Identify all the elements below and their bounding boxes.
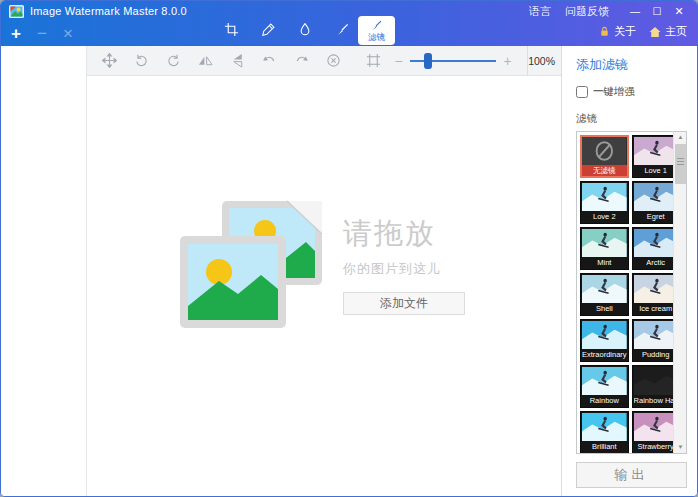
about-label: 关于	[614, 24, 636, 39]
filter-thumbnail	[582, 321, 627, 349]
filter-list-scrollbar[interactable]: ▲ ▼	[673, 132, 686, 453]
fit-frame-icon[interactable]	[360, 46, 387, 76]
drop-hint-title: 请拖放	[343, 214, 471, 254]
filter-thumbnail	[634, 413, 678, 441]
zoom-slider-track[interactable]	[410, 60, 496, 62]
filter-name: Egret	[634, 211, 678, 222]
drop-hint-subtitle: 你的图片到这儿	[343, 260, 471, 278]
zoom-out-button[interactable]: −	[387, 47, 410, 75]
filter-thumbnail	[582, 367, 627, 395]
filter-thumbnail	[634, 137, 678, 165]
crop-tool-icon[interactable]	[223, 21, 239, 37]
filter-name: Love 2	[582, 211, 627, 222]
filter-item[interactable]: 无滤镜	[580, 135, 629, 178]
filter-thumbnail	[634, 183, 678, 211]
filter-thumbnail	[582, 275, 627, 303]
droplet-tool-icon[interactable]	[297, 21, 313, 37]
filter-item[interactable]: Love 2	[580, 181, 629, 224]
filter-grid: 无滤镜 Love 1 Love 2 Egret Mint Arctic Sh	[580, 135, 670, 454]
filter-panel-title: 添加滤镜	[576, 56, 687, 74]
filter-thumbnail	[634, 367, 678, 395]
titlebar: Image Watermark Master 8.0.0 语言 问题反馈 — ☐…	[1, 1, 697, 21]
filter-name: Mint	[582, 257, 627, 268]
filter-panel: 添加滤镜 一键增强 滤镜 无滤镜 Love 1 Love 2 Egret	[561, 46, 697, 496]
add-image-button[interactable]: +	[11, 24, 21, 44]
filter-name: Arctic	[634, 257, 678, 268]
about-link[interactable]: 关于	[599, 24, 636, 39]
filter-name: Rainbow	[582, 395, 627, 406]
window-title: Image Watermark Master 8.0.0	[30, 5, 187, 17]
filter-name: 无滤镜	[582, 165, 627, 176]
remove-image-button[interactable]: −	[37, 24, 47, 44]
language-menu[interactable]: 语言	[529, 4, 551, 19]
zoom-slider-handle[interactable]	[424, 53, 432, 69]
flip-horizontal-icon[interactable]	[189, 46, 221, 76]
filter-item[interactable]: Shell	[580, 273, 629, 316]
home-link[interactable]: 主页	[649, 24, 687, 39]
redo-icon[interactable]	[286, 46, 318, 76]
filter-item[interactable]: Brilliant	[580, 411, 629, 454]
tab-filter[interactable]: 滤镜	[358, 16, 395, 45]
scroll-down-icon[interactable]: ▼	[674, 442, 687, 453]
filter-thumbnail	[634, 275, 678, 303]
header: Image Watermark Master 8.0.0 语言 问题反馈 — ☐…	[1, 1, 697, 46]
feedback-menu[interactable]: 问题反馈	[565, 4, 609, 19]
home-label: 主页	[665, 24, 687, 39]
filter-name: Shell	[582, 303, 627, 314]
filter-name: Love 1	[634, 165, 678, 176]
filter-thumbnail	[582, 183, 627, 211]
filter-thumbnail	[582, 137, 627, 165]
app-logo-icon	[9, 5, 24, 18]
one-click-enhance-checkbox[interactable]	[576, 86, 588, 98]
filter-name: Ice cream	[634, 303, 678, 314]
filter-section-label: 滤镜	[576, 112, 687, 126]
mode-toolbar	[223, 21, 350, 37]
edit-toolbar: − + 100%	[87, 46, 561, 76]
flip-vertical-icon[interactable]	[221, 46, 253, 76]
undo-icon[interactable]	[253, 46, 285, 76]
filter-thumbnail	[634, 229, 678, 257]
close-button[interactable]: ✕	[669, 5, 689, 18]
filter-name: Pudding	[634, 349, 678, 360]
zoom-slider[interactable]	[410, 46, 496, 76]
filter-name: Extraordinary	[582, 349, 627, 360]
app-window: Image Watermark Master 8.0.0 语言 问题反馈 — ☐…	[0, 0, 698, 497]
lock-icon	[599, 26, 610, 37]
filter-name: Rainbow Hall	[634, 395, 678, 406]
output-button[interactable]: 输出	[576, 462, 687, 488]
home-icon	[649, 26, 661, 38]
image-list-panel	[1, 46, 87, 496]
filter-tab-label: 滤镜	[368, 33, 385, 42]
filter-thumbnail	[582, 229, 627, 257]
canvas-drop-area[interactable]: 请拖放 你的图片到这儿 添加文件	[87, 76, 561, 496]
cancel-icon[interactable]	[318, 46, 350, 76]
clear-images-button[interactable]: ×	[63, 24, 73, 44]
filter-name: Brilliant	[582, 441, 627, 452]
rotate-left-icon[interactable]	[125, 46, 157, 76]
scroll-up-icon[interactable]: ▲	[674, 132, 687, 143]
pen-tool-icon[interactable]	[260, 21, 276, 37]
filter-item[interactable]: Mint	[580, 227, 629, 270]
maximize-button[interactable]: ☐	[647, 6, 667, 17]
filter-item[interactable]: Extraordinary	[580, 319, 629, 362]
filter-thumbnail	[582, 413, 627, 441]
photos-placeholder-icon	[177, 198, 327, 331]
move-icon[interactable]	[93, 46, 125, 76]
brush-tool-icon[interactable]	[334, 21, 350, 37]
add-files-button[interactable]: 添加文件	[343, 292, 465, 315]
filter-list: 无滤镜 Love 1 Love 2 Egret Mint Arctic Sh	[576, 131, 687, 454]
filter-item[interactable]: Rainbow	[580, 365, 629, 408]
filter-name: Strawberry	[634, 441, 678, 452]
scrollbar-thumb[interactable]	[675, 144, 686, 184]
header-links: 关于 主页	[599, 24, 687, 39]
zoom-level: 100%	[528, 55, 555, 67]
filter-thumbnail	[634, 321, 678, 349]
one-click-enhance-label: 一键增强	[593, 85, 635, 99]
minimize-button[interactable]: —	[625, 6, 645, 17]
rotate-right-icon[interactable]	[157, 46, 189, 76]
filter-brush-icon	[370, 19, 383, 32]
zoom-in-button[interactable]: +	[496, 47, 519, 75]
